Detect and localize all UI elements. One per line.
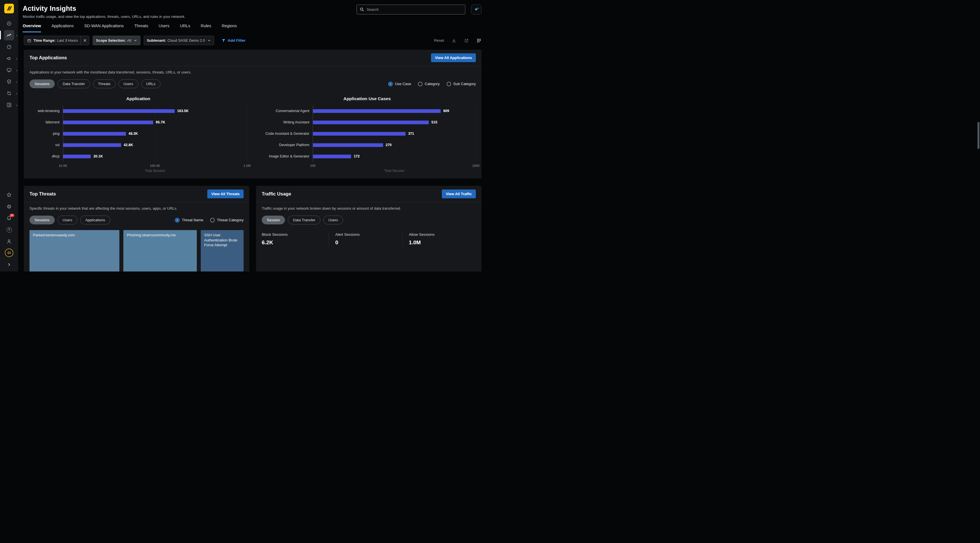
treemap-block-label: Parked:kentonsawdy.com: [33, 233, 75, 237]
pill-users[interactable]: Users: [57, 216, 77, 225]
bar-row: 270: [313, 139, 476, 151]
pill-applications[interactable]: Applications: [80, 216, 110, 225]
axis-tick-label: 100: [310, 164, 315, 167]
treemap-block[interactable]: Phishing:slearncommnuity.me: [123, 230, 197, 272]
x-axis-title: Total Session: [313, 169, 476, 173]
time-range-filter-chip[interactable]: Time Range: Last 3 Hours: [24, 36, 89, 45]
bar[interactable]: [313, 132, 406, 135]
tab-urls[interactable]: URLs: [180, 24, 190, 32]
chart-title: Application Use Cases: [258, 96, 476, 101]
bottom-cards-row: Top Threats View All Threats Specific th…: [24, 186, 482, 272]
tab-users[interactable]: Users: [159, 24, 170, 32]
download-icon[interactable]: [452, 38, 457, 43]
grouping-radio-group: Use Case Category Sub Category: [388, 82, 476, 86]
remove-filter-button[interactable]: [81, 36, 89, 45]
view-all-traffic-button[interactable]: View All Traffic: [442, 189, 476, 198]
tab-applications[interactable]: Applications: [52, 24, 74, 32]
pill-session[interactable]: Session: [262, 216, 285, 225]
bar[interactable]: [63, 143, 121, 147]
tab-rules[interactable]: Rules: [201, 24, 211, 32]
subtenant-dropdown[interactable]: Subtenant: Cloud SASE Demo 2.0: [144, 36, 214, 45]
pill-sessions[interactable]: Sessions: [30, 216, 55, 225]
treemap-block[interactable]: SSH User Authentication Brute Force Atte…: [201, 230, 243, 272]
bar[interactable]: [63, 154, 91, 158]
view-all-threats-button[interactable]: View All Threats: [207, 189, 243, 198]
pill-sessions[interactable]: Sessions: [30, 80, 55, 88]
card-description: Traffic usage in your network broken dow…: [262, 206, 476, 210]
bar-category-label: Conversational Agent: [258, 105, 313, 116]
copilot-button[interactable]: [471, 5, 482, 14]
star-icon[interactable]: [4, 190, 14, 199]
axis-tick-label: 1000: [472, 164, 479, 167]
chevron-right-icon: ›: [16, 91, 17, 95]
schedule-grid-icon[interactable]: [476, 38, 482, 43]
pill-threats[interactable]: Threats: [93, 80, 116, 88]
filter-value: Cloud SASE Demo 2.0: [168, 38, 205, 43]
stat-label: Block Sessions: [262, 232, 329, 237]
top-threats-card: Top Threats View All Threats Specific th…: [24, 186, 249, 272]
top-applications-card: Top Applications View All Applications A…: [24, 49, 482, 178]
bar-value-label: 48.3K: [129, 132, 138, 135]
filter-label: Time Range:: [33, 38, 56, 43]
chart-category-labels: web-browsingbittorrentpingssldhcp: [30, 105, 63, 162]
export-icon[interactable]: [464, 38, 469, 43]
stat-label: Allow Sessions: [409, 232, 476, 237]
bar[interactable]: [313, 109, 441, 113]
card-header: Top Applications View All Applications: [24, 49, 482, 66]
radio-sub-category[interactable]: Sub Category: [447, 82, 476, 86]
pill-data-transfer[interactable]: Data Transfer: [57, 80, 90, 88]
treemap-block[interactable]: Parked:kentonsawdy.com: [30, 230, 119, 272]
palo-alto-logo[interactable]: [4, 3, 14, 14]
user-icon[interactable]: [4, 237, 14, 246]
bar-category-label: ssl: [30, 139, 63, 151]
tab-regions[interactable]: Regions: [222, 24, 237, 32]
chevron-right-icon: ›: [16, 33, 17, 37]
sidebar-item-boards[interactable]: ›: [0, 99, 18, 111]
bell-icon[interactable]: 2+: [4, 213, 14, 223]
sidebar-item-security[interactable]: ›: [0, 76, 18, 88]
sidebar-item-sync[interactable]: ›: [0, 88, 18, 99]
radio-category[interactable]: Category: [418, 82, 440, 86]
radio-threat-category[interactable]: Threat Category: [210, 218, 243, 223]
search-box[interactable]: [356, 5, 465, 14]
bar[interactable]: [63, 121, 153, 124]
stat-allow-sessions: Allow Sessions 1.0M: [402, 232, 476, 246]
notification-badge: 2+: [10, 213, 14, 217]
bar[interactable]: [313, 121, 429, 124]
pill-data-transfer[interactable]: Data Transfer: [288, 216, 320, 225]
bar-category-label: Writing Assistant: [258, 116, 313, 128]
add-filter-button[interactable]: Add Filter: [221, 38, 245, 43]
bar[interactable]: [63, 132, 126, 135]
pill-urls[interactable]: URLs: [141, 80, 161, 88]
view-all-applications-button[interactable]: View All Applications: [431, 53, 476, 62]
scope-selection-dropdown[interactable]: Scope Selection: All: [93, 36, 140, 45]
radio-button-icon: [388, 82, 393, 86]
threats-treemap: Parked:kentonsawdy.comPhishing:slearncom…: [30, 230, 243, 272]
sidebar-item-monitor[interactable]: [0, 41, 18, 53]
tab-overview[interactable]: Overview: [23, 24, 41, 32]
gear-icon[interactable]: ⚙: [4, 202, 14, 211]
reset-button[interactable]: Reset: [434, 38, 444, 43]
bar-value-label: 20.1K: [93, 154, 103, 158]
bar[interactable]: [63, 109, 175, 113]
chart-ticks: 10.0K100.0K1.0M: [63, 162, 247, 168]
help-icon[interactable]: ?: [4, 225, 14, 234]
gauge-icon: [4, 42, 14, 52]
sidebar-expand-chevron[interactable]: ›: [4, 260, 14, 269]
radio-threat-name[interactable]: Threat Name: [175, 218, 203, 223]
sidebar-item-announcements[interactable]: ›: [0, 53, 18, 64]
search-input[interactable]: [367, 7, 462, 12]
activity-insights-icon: [4, 30, 14, 40]
pill-users[interactable]: Users: [323, 216, 343, 225]
tab-threats[interactable]: Threats: [134, 24, 148, 32]
radio-use-case[interactable]: Use Case: [388, 82, 411, 86]
sidebar-item-dashboard[interactable]: [0, 18, 18, 29]
avatar[interactable]: CI: [5, 248, 13, 257]
sidebar-item-workflows[interactable]: ›: [0, 64, 18, 76]
bar-row: 95.7K: [63, 116, 247, 128]
tab-sdwan-applications[interactable]: SD-WAN Applications: [84, 24, 124, 32]
pill-users[interactable]: Users: [119, 80, 138, 88]
bar[interactable]: [313, 154, 351, 158]
bar[interactable]: [313, 143, 383, 147]
sidebar-item-activity-insights[interactable]: ›: [0, 29, 18, 41]
